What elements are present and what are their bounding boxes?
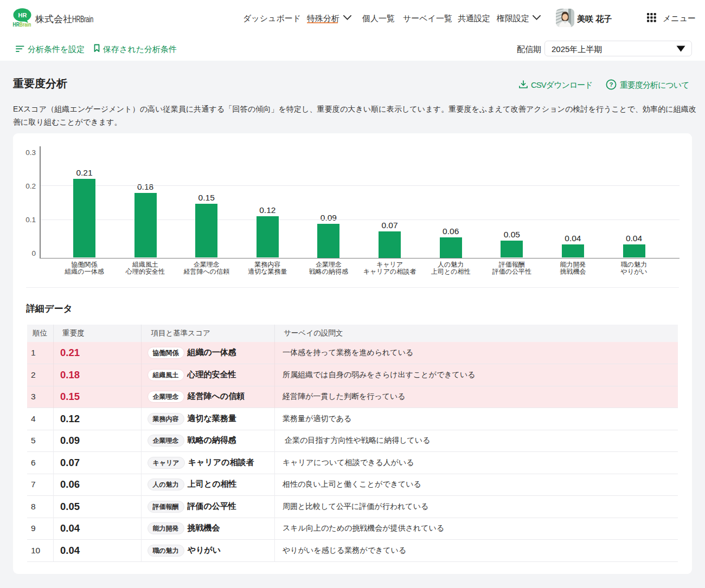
svg-text:HR: HR: [18, 12, 27, 18]
svg-text:HRBrain: HRBrain: [13, 22, 31, 28]
svg-text:?: ?: [609, 81, 613, 88]
